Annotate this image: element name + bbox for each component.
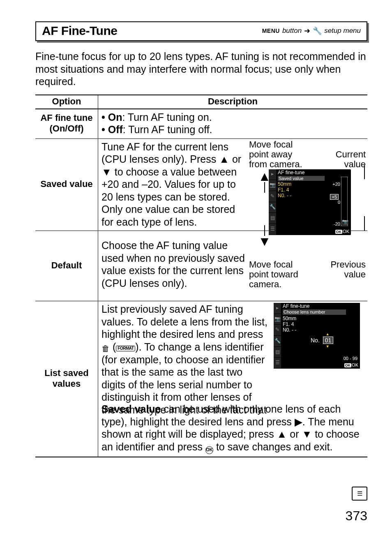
lcd-sub: Saved value [278,176,325,181]
lcd2-lens-f: F1. 4 [283,322,294,328]
section-title-bar: AF Fine-Tune MENU button ➜ 🔧 setup menu [35,21,367,41]
annot-previous-value: Previous value [321,260,366,279]
lcd2-no: No. 01 [311,337,333,344]
lcd-lens-mm: 50mm [278,182,291,187]
row-head-default: Default [35,231,98,301]
lcd2-no-label: No. [311,337,320,344]
ok-circle-icon: OK [205,446,213,454]
arrow-down-icon: ▼ [258,225,271,249]
leader-line-top [364,165,365,179]
format-button-icon: FORMAT [116,346,135,351]
row-af-on-off: AF fine tune (On/Off) On: Turn AF tuning… [35,109,367,139]
annot-move-toward: Move focal point toward camera. [249,260,311,290]
on-label: On [108,111,122,123]
row-head-saved-value: Saved value [35,138,98,231]
th-description: Description [98,95,368,109]
default-diagram-lower: ▼ Move focal point toward camera. Previo… [249,233,364,298]
camera-lcd-saved-value: ▸📷✎🔧▤☰ AF fine-tune Saved value 50mm F1.… [269,169,351,235]
row-desc-saved-value: Tune AF for the current lens (CPU lenses… [98,138,368,231]
row-desc-list-saved: List previously saved AF tuning values. … [98,301,368,457]
lcd-value-box: +5 [330,194,339,200]
trash-icon: 🗑 [101,344,110,353]
th-option: Option [35,95,98,109]
breadcrumb: MENU button ➜ 🔧 setup menu [262,26,361,35]
list-saved-text-upper: List previously saved AF tuning values. … [101,303,269,416]
lcd2-lens-mm: 50mm [283,316,296,322]
lcd2-sub: Choose lens number [283,309,346,315]
lcd-lens-f: F1. 4 [278,187,289,193]
row-default: Default Choose the AF tuning value used … [35,231,367,301]
lcd2-range: 00 - 99 [344,356,357,361]
section-title: AF Fine-Tune [42,24,262,38]
ls-saved-bold: Saved value [101,403,161,415]
wrench-icon: 🔧 [313,26,322,35]
lcd2-title: AF fine-tune [283,304,309,309]
setup-menu-tab-icon: ☰ [352,487,367,501]
page-number: 373 [346,508,367,524]
saved-value-text: Tune AF for the current lens (CPU lenses… [101,141,245,228]
list-saved-text-lower: Saved value can be used with only one le… [101,403,364,454]
off-text: : Turn AF tuning off. [123,124,212,135]
arrow-icon: ➜ [304,26,310,35]
row-desc-af-on-off: On: Turn AF tuning on. Off: Turn AF tuni… [98,109,368,139]
row-head-list-saved: List saved values [35,301,98,457]
menu-button-label: MENU [262,28,280,34]
lcd2-no-value: 01 [323,337,334,344]
lcd-minus20: -20 [334,222,340,227]
row-head-af-on-off: AF fine tune (On/Off) [35,109,98,139]
off-label: Off [108,124,123,135]
saved-value-diagram: Move focal point away from camera. Curre… [249,141,364,210]
options-table: Option Description AF fine tune (On/Off)… [35,95,367,457]
lcd-lens-no: N0. - - [278,193,291,199]
button-word: button [282,27,302,35]
on-text: : Turn AF tuning on. [122,111,212,123]
row-saved-value: Saved value Tune AF for the current lens… [35,138,367,231]
camera-lcd-choose-number: ▸📷✎🔧▤☰ AF fine-tune Choose lens number 5… [274,303,360,369]
leader-line-bottom [364,216,365,231]
intro-paragraph: Fine-tune focus for up to 20 lens types.… [35,50,367,88]
setup-menu-label: setup menu [324,27,361,35]
lcd2-ok: OKOK [344,362,358,368]
default-text: Choose the AF tuning value used when no … [101,233,245,298]
lcd2-lens-no: N0. - - [283,328,296,333]
row-list-saved: List saved values List previously saved … [35,301,367,457]
row-desc-default: Choose the AF tuning value used when no … [98,231,368,301]
list-saved-diagram: ▸📷✎🔧▤☰ AF fine-tune Choose lens number 5… [274,303,364,369]
lcd-plus20: +20 [332,182,340,187]
annot-move-away: Move focal point away from camera. [249,140,311,170]
lcd-camera-mark-icon: 📷 [342,219,348,225]
ls-t4: to save changes and exit. [213,441,332,452]
annot-current-value: Current value [325,150,366,169]
lcd-zero: 0 [338,200,340,205]
lcd-title: AF fine-tune [278,170,304,176]
ls-t1: List previously saved AF tuning values. … [101,303,267,340]
